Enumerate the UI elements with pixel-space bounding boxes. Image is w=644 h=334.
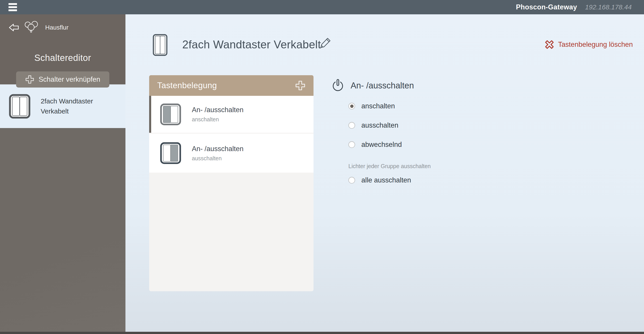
option-alle-ausschalten[interactable]: alle ausschalten	[348, 176, 431, 184]
sidebar-header: Hausflur Schaltereditor Schalter verknüp…	[0, 14, 126, 84]
option-label: ausschalten	[361, 121, 398, 129]
option-abwechselnd[interactable]: abwechselnd	[348, 141, 431, 149]
radio-button[interactable]	[348, 122, 355, 129]
main-content: 2fach Wandtaster Verkabelt Tastenbelegun…	[126, 14, 644, 334]
link-switch-button[interactable]: Schalter verknüpfen	[16, 71, 109, 88]
delete-key-assignment-button[interactable]: Tastenbelegung löschen	[544, 39, 633, 50]
power-icon	[331, 78, 345, 93]
sidebar: Hausflur Schaltereditor Schalter verknüp…	[0, 14, 126, 332]
switch-2gang-icon	[153, 34, 168, 56]
group-name[interactable]: Hausflur	[45, 24, 68, 31]
top-bar: Phoscon-Gateway 192.168.178.44	[0, 0, 644, 14]
switch-2gang-icon	[9, 94, 30, 119]
detail-heading-row: An- /ausschalten	[331, 78, 414, 93]
option-label: abwechselnd	[361, 141, 402, 149]
key-item-off[interactable]: An- /ausschalten ausschalten	[149, 134, 314, 173]
link-switch-label: Schalter verknüpfen	[39, 76, 100, 84]
key-item-title: An- /ausschalten	[192, 106, 244, 114]
group-note: Lichter jeder Gruppe ausschalten	[348, 163, 431, 169]
page-title: 2fach Wandtaster Verkabelt	[182, 38, 321, 51]
switch-left-rocker-icon	[160, 103, 181, 125]
radio-button[interactable]	[348, 177, 355, 184]
switch-right-rocker-icon	[160, 142, 181, 164]
action-options: anschalten ausschalten abwechselnd Licht…	[348, 102, 431, 195]
key-assignment-panel: Tastenbelegung An- /ausschalten anschalt…	[149, 75, 314, 291]
delete-label: Tastenbelegung löschen	[558, 41, 633, 49]
window-bottom-edge	[0, 332, 644, 334]
detail-heading: An- /ausschalten	[350, 81, 414, 90]
gateway-ip: 192.168.178.44	[585, 3, 632, 11]
radio-button[interactable]	[348, 141, 355, 148]
sidebar-item-wall-switch[interactable]: 2fach Wandtaster Verkabelt	[0, 84, 126, 128]
panel-header: Tastenbelegung	[149, 75, 314, 96]
option-anschalten[interactable]: anschalten	[348, 102, 431, 110]
option-label: anschalten	[361, 102, 395, 110]
gateway-name: Phoscon-Gateway	[516, 3, 577, 11]
radio-button[interactable]	[348, 103, 355, 110]
key-item-on[interactable]: An- /ausschalten anschalten	[149, 96, 314, 133]
option-label: alle ausschalten	[361, 176, 411, 184]
sidebar-item-label: 2fach Wandtaster Verkabelt	[41, 96, 108, 116]
group-lights-icon	[24, 21, 39, 35]
edit-pencil-icon[interactable]	[319, 37, 332, 49]
panel-title: Tastenbelegung	[157, 81, 217, 90]
key-item-title: An- /ausschalten	[192, 145, 244, 153]
page-title-sidebar: Schaltereditor	[0, 53, 126, 63]
key-item-subtitle: anschalten	[192, 116, 244, 123]
sidebar-filler	[0, 128, 126, 332]
hamburger-menu-icon[interactable]	[8, 3, 17, 11]
back-arrow-icon[interactable]	[8, 23, 19, 32]
add-key-button[interactable]	[295, 80, 306, 91]
key-item-subtitle: ausschalten	[192, 155, 244, 162]
option-ausschalten[interactable]: ausschalten	[348, 121, 431, 129]
gateway-info: Phoscon-Gateway 192.168.178.44	[516, 3, 632, 11]
plus-icon	[25, 75, 34, 84]
delete-x-icon	[544, 39, 554, 50]
